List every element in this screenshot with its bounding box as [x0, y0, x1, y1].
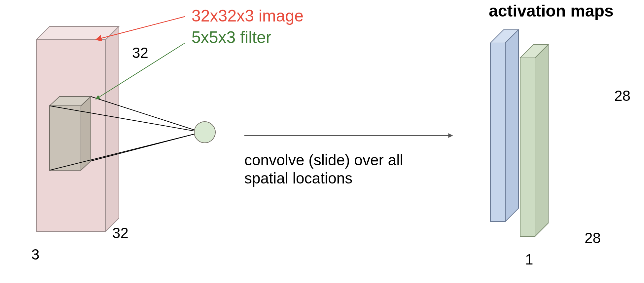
svg-rect-13	[520, 58, 535, 236]
input-width-label: 32	[112, 225, 128, 241]
convolve-text-line1: convolve (slide) over all	[244, 151, 403, 169]
input-height-label: 32	[132, 45, 148, 61]
svg-marker-2	[106, 26, 119, 231]
activation-map-green	[520, 45, 548, 236]
filter-slab	[50, 97, 91, 170]
output-width-label: 28	[585, 230, 601, 246]
svg-marker-5	[81, 97, 91, 170]
image-label: 32x32x3 image	[192, 7, 304, 25]
input-depth-label: 3	[31, 246, 39, 263]
svg-rect-10	[490, 43, 505, 222]
svg-marker-12	[505, 30, 519, 222]
output-depth-label: 1	[525, 251, 533, 267]
svg-marker-1	[36, 26, 119, 40]
filter-label: 5x5x3 filter	[192, 28, 271, 47]
activation-maps-title: activation maps	[489, 2, 614, 20]
output-neuron-icon	[194, 122, 215, 143]
svg-rect-3	[50, 106, 81, 170]
output-height-label: 28	[614, 88, 630, 104]
convolve-text-line2: spatial locations	[244, 170, 352, 187]
svg-marker-15	[535, 45, 548, 236]
activation-map-blue	[490, 30, 519, 222]
